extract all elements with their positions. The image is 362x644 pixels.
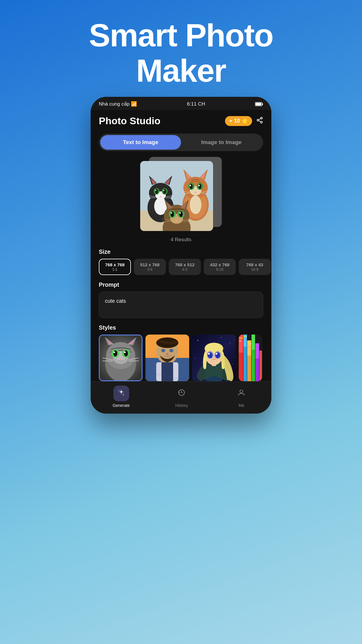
svg-rect-2 <box>262 103 263 105</box>
tab-text-to-image[interactable]: Text to Image <box>100 135 181 150</box>
bottom-nav: Generate History <box>91 381 271 414</box>
app-store-title: Smart Photo Maker <box>17 18 345 88</box>
generate-nav-label: Generate <box>113 403 130 408</box>
styles-grid <box>91 335 271 381</box>
svg-point-116 <box>216 353 217 355</box>
svg-point-105 <box>195 358 195 358</box>
svg-rect-120 <box>243 346 247 381</box>
size-chip-value-0: 768 x 768 <box>104 262 126 267</box>
size-chip-0[interactable]: 768 x 768 1:1 <box>99 259 131 275</box>
svg-point-106 <box>233 363 233 364</box>
svg-rect-131 <box>240 340 241 342</box>
size-chip-3[interactable]: 432 x 768 9:16 <box>204 259 236 275</box>
history-icon <box>178 389 185 398</box>
app-content: Photo Studio + 10 ⭐ Text to Image Image … <box>91 110 271 381</box>
size-chip-ratio-0: 1:1 <box>104 267 126 272</box>
svg-rect-133 <box>246 336 247 337</box>
svg-rect-135 <box>250 343 251 344</box>
svg-point-22 <box>155 190 156 191</box>
me-icon <box>238 389 245 398</box>
svg-point-102 <box>198 340 198 341</box>
size-chip-ratio-3: 9:16 <box>209 267 231 272</box>
nav-history[interactable]: History <box>174 386 189 408</box>
image-card-main <box>140 161 213 231</box>
style-card-1[interactable] <box>145 335 189 381</box>
carrier-label: Nhà cung cấp 📶 <box>99 101 137 107</box>
credits-plus-icon: + <box>229 118 232 124</box>
style-card-0[interactable] <box>99 335 143 381</box>
svg-rect-132 <box>244 336 245 337</box>
status-bar: Nhà cung cấp 📶 6:11 CH <box>91 97 271 110</box>
style-card-2[interactable] <box>192 335 236 381</box>
share-button[interactable] <box>256 117 263 125</box>
nav-generate[interactable]: Generate <box>113 386 130 408</box>
top-bar-right: + 10 ⭐ <box>225 116 263 126</box>
svg-rect-119 <box>239 335 243 353</box>
size-chip-value-2: 768 x 512 <box>174 262 196 267</box>
svg-point-137 <box>240 390 243 393</box>
svg-point-103 <box>230 343 230 344</box>
svg-rect-122 <box>247 355 251 381</box>
svg-rect-129 <box>240 337 241 339</box>
generate-icon <box>117 389 125 398</box>
size-label: Size <box>91 249 271 255</box>
nav-me[interactable]: Me <box>233 386 249 408</box>
svg-point-43 <box>198 185 200 186</box>
svg-rect-118 <box>239 352 243 381</box>
prompt-text: cute cats <box>105 297 257 305</box>
size-chip-2[interactable]: 768 x 512 4:3 <box>169 259 201 275</box>
battery-indicator <box>255 102 263 106</box>
svg-point-104 <box>221 337 222 338</box>
tab-image-to-image[interactable]: Image to Image <box>181 135 262 150</box>
svg-point-80 <box>124 351 126 353</box>
svg-rect-134 <box>248 342 249 343</box>
phone-frame: Nhà cung cấp 📶 6:11 CH Photo Studio + 10… <box>91 97 271 414</box>
size-chip-value-3: 432 x 768 <box>209 262 231 267</box>
page-title: Photo Studio <box>99 115 161 127</box>
svg-line-7 <box>259 118 261 120</box>
size-chip-ratio-2: 4:3 <box>174 267 196 272</box>
svg-rect-1 <box>256 103 261 105</box>
svg-point-21 <box>163 189 166 194</box>
me-icon-wrap <box>233 386 249 401</box>
svg-point-32 <box>190 195 201 214</box>
svg-rect-130 <box>241 337 242 339</box>
svg-point-78 <box>124 350 128 356</box>
svg-line-6 <box>259 120 261 122</box>
svg-point-77 <box>113 350 117 356</box>
me-nav-label: Me <box>239 403 244 408</box>
prompt-input[interactable]: cute cats <box>99 292 263 318</box>
size-chip-ratio-4: 16:9 <box>244 267 266 272</box>
history-icon-wrap <box>174 386 189 401</box>
size-chip-value-1: 512 x 768 <box>139 262 161 267</box>
top-bar: Photo Studio + 10 ⭐ <box>91 110 271 131</box>
generate-icon-wrap <box>113 386 129 401</box>
app-store-header: Smart Photo Maker <box>0 0 362 97</box>
styles-label: Styles <box>91 324 271 331</box>
svg-point-97 <box>166 353 169 355</box>
svg-point-59 <box>179 211 183 217</box>
tab-switcher: Text to Image Image to Image <box>99 134 263 151</box>
size-chip-1[interactable]: 512 x 768 3:4 <box>134 259 166 275</box>
svg-point-20 <box>155 189 158 194</box>
size-chip-value-4: 768 x 43 <box>244 262 266 267</box>
results-count: 4 Results <box>91 237 271 243</box>
image-stack[interactable] <box>140 157 222 233</box>
size-chip-4[interactable]: 768 x 43 16:9 <box>239 259 271 275</box>
svg-rect-126 <box>255 358 259 381</box>
svg-point-40 <box>190 184 193 189</box>
svg-rect-124 <box>252 349 255 381</box>
prompt-label: Prompt <box>91 281 271 288</box>
style-card-3[interactable] <box>239 335 262 381</box>
svg-point-41 <box>198 184 201 189</box>
svg-point-96 <box>169 349 173 352</box>
image-preview <box>99 157 263 233</box>
credits-count: 10 <box>234 118 240 124</box>
size-chip-ratio-1: 3:4 <box>139 267 161 272</box>
svg-point-58 <box>171 211 174 217</box>
svg-rect-128 <box>259 351 262 381</box>
credits-badge[interactable]: + 10 ⭐ <box>225 116 252 126</box>
svg-point-79 <box>113 351 115 353</box>
svg-point-61 <box>180 212 181 214</box>
history-nav-label: History <box>175 403 188 408</box>
